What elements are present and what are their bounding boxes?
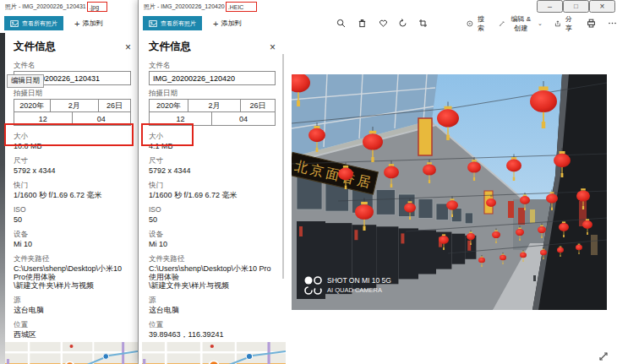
folder-path-line1: C:\Users\shenp\Desktop\小米10 Pro使用体验: [14, 264, 131, 281]
date-day-field[interactable]: 26日: [99, 100, 130, 111]
edit-create-label: 编辑 & 创建: [508, 14, 534, 33]
field-shutter: 快门 1/1600 秒 f/1.69 6.72 毫米: [149, 182, 276, 199]
window-controls: – □ ×: [537, 0, 615, 13]
time-minute-field[interactable]: 04: [73, 112, 131, 125]
date-month-field[interactable]: 2月: [51, 100, 99, 111]
watermark-line1: SHOT ON MI 10 5G: [327, 276, 391, 285]
location-label: 位置: [14, 321, 131, 329]
file-info-panel: 文件信息 × 文件名 拍摄日期 2020年 2月 26日 12 04 大小 4.…: [142, 34, 286, 364]
time-minute-field[interactable]: 04: [212, 112, 275, 125]
date-year-field[interactable]: 2020年: [150, 100, 188, 111]
device-value: Mi 10: [14, 240, 131, 248]
time-hour-field[interactable]: 12: [150, 112, 212, 125]
source-value: 这台电脑: [149, 306, 276, 314]
more-button[interactable]: [608, 19, 617, 28]
file-name-label: 文件名: [14, 62, 131, 69]
window-title-text: 照片 - IMG_20200226_120431: [5, 3, 86, 11]
chevron-down-icon: ⌄: [538, 20, 543, 27]
map-graphic: [5, 342, 138, 364]
device-label: 设备: [14, 231, 131, 238]
rotate-icon: [398, 19, 407, 28]
zoom-button[interactable]: [336, 19, 346, 28]
view-all-photos-button[interactable]: 查看所有照片: [4, 16, 63, 30]
title-extension-highlight: .jpg: [87, 2, 107, 12]
add-icon: +: [74, 20, 79, 27]
device-label: 设备: [149, 231, 276, 238]
rotate-button[interactable]: [398, 19, 407, 28]
resize-cursor-icon: [598, 350, 609, 362]
add-to-label: 添加到: [82, 19, 102, 28]
field-iso: ISO 50: [149, 206, 276, 224]
photos-icon: [10, 19, 19, 28]
zoom-icon: [336, 19, 346, 28]
search-label: 搜索: [476, 14, 486, 33]
maximize-icon[interactable]: □: [563, 0, 589, 13]
source-label: 源: [149, 296, 276, 304]
folder-path-line2: \新建文件夹\样片与视频: [149, 281, 276, 290]
window-title: 照片 - IMG_20200226_120420 .HEIC – □ ×: [139, 0, 617, 13]
size-label: 大小: [149, 133, 276, 140]
window-title-text: 照片 - IMG_20200226_120420: [144, 3, 225, 11]
location-map[interactable]: © 2020 Microsoft Corporation © 2020 Navi…: [142, 342, 286, 364]
location-map[interactable]: © 2020 Microsoft Corporation: [5, 342, 138, 364]
close-icon[interactable]: ×: [125, 42, 131, 52]
share-icon: [554, 19, 561, 28]
field-size: 大小 10.8 MB: [14, 133, 131, 150]
dimensions-label: 尺寸: [149, 157, 276, 165]
date-year-field[interactable]: 2020年: [14, 100, 51, 111]
location-label: 位置: [149, 321, 276, 329]
panel-scrollbar[interactable]: [282, 54, 284, 279]
favorite-button[interactable]: [379, 19, 388, 28]
source-value: 这台电脑: [14, 306, 131, 314]
location-value: 39.89463，116.39241: [149, 330, 276, 339]
share-label: 分享: [564, 14, 574, 33]
more-icon: [608, 19, 617, 28]
close-icon[interactable]: ×: [270, 42, 276, 52]
field-folder-path: 文件夹路径 C:\Users\shenp\Desktop\小米10 Pro使用体…: [149, 255, 276, 290]
panel-title: 文件信息: [14, 40, 56, 54]
field-source: 源 这台电脑: [149, 296, 276, 314]
photos-window-jpg: 照片 - IMG_20200226_120431 .jpg 查看所有照片 + 添…: [0, 0, 139, 364]
location-value: 西城区: [14, 330, 131, 339]
edit-date-tooltip: 编辑日期: [7, 74, 44, 88]
photos-icon: [149, 19, 157, 28]
metro-badge-icon: [103, 354, 109, 360]
photos-window-heic: 照片 - IMG_20200226_120420 .HEIC – □ × 查看所…: [139, 0, 617, 364]
date-fields: 2020年 2月 26日: [149, 99, 276, 112]
size-value: 4.1 MB: [149, 142, 276, 150]
edit-create-icon: [499, 19, 505, 28]
time-hour-field[interactable]: 12: [14, 112, 73, 125]
add-to-label: 添加到: [221, 19, 241, 28]
add-icon: +: [213, 20, 218, 27]
date-day-field[interactable]: 26日: [241, 100, 275, 111]
file-name-input[interactable]: [149, 71, 276, 85]
share-button[interactable]: 分享: [554, 14, 574, 33]
folder-path-label: 文件夹路径: [14, 255, 131, 263]
favorite-icon: [379, 19, 388, 28]
field-location: 位置 西城区: [14, 321, 131, 339]
minimize-icon[interactable]: –: [537, 0, 563, 13]
view-all-photos-label: 查看所有照片: [22, 19, 57, 28]
shutter-value: 1/1600 秒 f/1.69 6.72 毫米: [149, 191, 276, 199]
folder-path-label: 文件夹路径: [149, 255, 276, 263]
add-to-button[interactable]: + 添加到: [74, 19, 102, 28]
print-button[interactable]: [587, 19, 596, 28]
map-graphic: [142, 342, 286, 364]
search-button[interactable]: 搜索: [467, 14, 486, 33]
field-size: 大小 4.1 MB: [149, 133, 276, 150]
date-month-field[interactable]: 2月: [188, 100, 241, 111]
metro-badge-icon: [246, 354, 252, 360]
field-shutter: 快门 1/1600 秒 f/1.69 6.72 毫米: [14, 182, 131, 199]
date-fields: 2020年 2月 26日: [14, 99, 131, 112]
crop-button[interactable]: [418, 19, 428, 28]
add-to-button[interactable]: + 添加到: [213, 19, 241, 28]
dimensions-value: 5792 x 4344: [149, 166, 276, 175]
search-icon: [467, 19, 473, 28]
delete-button[interactable]: [358, 19, 367, 28]
lantern-street-photo: 北京面香居: [292, 74, 607, 310]
close-icon[interactable]: ×: [589, 0, 615, 13]
field-device: 设备 Mi 10: [14, 231, 131, 248]
edit-create-button[interactable]: 编辑 & 创建 ⌄: [499, 14, 543, 33]
view-all-photos-button[interactable]: 查看所有照片: [143, 16, 202, 30]
date-taken-label: 拍摄日期: [149, 90, 276, 97]
